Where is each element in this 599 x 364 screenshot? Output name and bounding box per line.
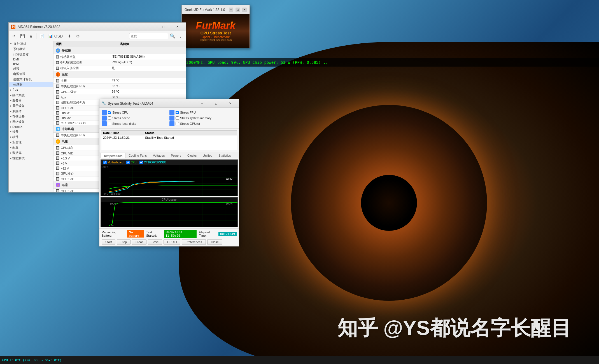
search-input[interactable] [129, 33, 168, 39]
sidebar-item-software[interactable]: ▶ 软件 [9, 134, 53, 140]
sidebar-item-label-portable: 便携式计算机 [13, 77, 32, 81]
log-header: Date / Time Status [101, 131, 237, 135]
sidebar-item-display[interactable]: ▶ 显示设备 [9, 103, 53, 109]
sidebar-item-security[interactable]: ▶ 安全性 [9, 140, 53, 145]
toolbar-report-button[interactable]: 📄 [38, 32, 46, 40]
tree-arrow-network: ▶ [10, 121, 11, 123]
sidebar-item-sensors[interactable]: 传感器 [9, 82, 53, 87]
stress-option-cpu: Stress CPU [102, 110, 169, 115]
sidebar-item-config[interactable]: ▶ 配置 [9, 145, 53, 150]
tree-arrow-storage: ▶ [10, 115, 11, 118]
clear-button[interactable]: Clear [132, 239, 146, 245]
aida64-title: AIDA64 Extreme v7.20.6802 [18, 25, 60, 29]
sidebar-item-label-os: 操作系统 [12, 93, 25, 97]
sidebar-item-server[interactable]: ▶ 服务器 [9, 98, 53, 103]
sidebar-item-system-overview[interactable]: 系统概述 [9, 46, 53, 52]
furmark-titlebar: Geeks3D FurMark 1.38.1.0 ─ □ ✕ [182, 5, 250, 14]
tab-cooling-fans[interactable]: Cooling Fans [125, 153, 150, 158]
stress-memory-checkbox[interactable] [176, 116, 179, 120]
sidebar-item-label-ipmi: IPMI [13, 62, 20, 65]
toolbar-compare-button[interactable]: 📊 [46, 32, 54, 40]
sidebar-item-computer-name[interactable]: 计算机名称 [9, 52, 53, 57]
aida64-close-button[interactable]: ✕ [171, 23, 184, 30]
toolbar-more-button[interactable]: ⋮ [177, 32, 185, 40]
table-row: 🔲主板 49 °C [53, 78, 186, 84]
save-button[interactable]: Save [148, 239, 162, 245]
stress-cache-checkbox[interactable] [108, 116, 111, 120]
tab-powers[interactable]: Powers [168, 153, 184, 158]
sidebar-item-label-network: 网络设备 [12, 120, 25, 124]
close-button[interactable]: Close [207, 239, 222, 245]
data-label-chassis: 🔲机箱入侵检测 [53, 65, 109, 71]
sidebar-item-label-overclock: 超频 [13, 67, 19, 71]
tab-statistics[interactable]: Statistics [215, 153, 234, 158]
toolbar-download-button[interactable]: ⬇ [66, 32, 73, 40]
sidebar-item-computer[interactable]: ▼ 🖥 计算机 [9, 41, 53, 46]
toolbar-save-button[interactable]: 💾 [18, 32, 26, 40]
svg-text:0%: 0% [110, 224, 114, 227]
sidebar-item-multimedia[interactable]: ▶ 多媒体 [9, 109, 53, 114]
toolbar-print-button[interactable]: 🖨 [27, 32, 35, 40]
column-header-value: 当前值 [120, 42, 184, 46]
toolbar-osd-button[interactable]: OSD [55, 32, 62, 40]
start-button[interactable]: Start [102, 239, 115, 245]
sidebar-item-storage[interactable]: ▶ 存储设备 [9, 114, 53, 119]
legend-motherboard-checkbox[interactable] [103, 161, 107, 164]
preferences-button[interactable]: Preferences [182, 239, 206, 245]
temperature-svg: 52 80 [109, 165, 237, 196]
aida64-maximize-button[interactable]: □ [157, 23, 170, 30]
stress-disk-checkbox[interactable] [108, 122, 111, 125]
sidebar-item-dmi[interactable]: DMI [9, 57, 53, 62]
toolbar-refresh-button[interactable]: ↺ [10, 32, 18, 40]
column-header-item: 项目 [56, 42, 120, 46]
cpu-usage-svg: 100% 100% 0% [109, 202, 237, 227]
temperature-chart-body: 100°C 0°C [101, 165, 237, 196]
cpu-fan-icon: 🔲 [56, 133, 60, 137]
eye-pupil [361, 175, 417, 231]
sidebar-item-network[interactable]: ▶ 网络设备 [9, 119, 53, 125]
stability-minimize-button[interactable]: ─ [196, 100, 209, 107]
sidebar-item-motherboard[interactable]: ▶ 主板 [9, 87, 53, 93]
sidebar-item-directx[interactable]: ▶ DirectX [9, 125, 53, 129]
tab-voltages[interactable]: Voltages [150, 153, 168, 158]
tab-temperatures[interactable]: Temperatures [101, 153, 125, 158]
temperature-label: 温度 [62, 72, 68, 77]
temperature-icon: 🌡 [56, 72, 60, 77]
stability-maximize-button[interactable]: □ [210, 100, 223, 107]
sidebar-item-portable[interactable]: 便携式计算机 [9, 77, 53, 82]
legend-cpu: CPU [126, 161, 137, 164]
stress-cpu-checkbox[interactable] [108, 111, 111, 114]
legend-ssd-checkbox[interactable] [139, 161, 143, 164]
stop-button[interactable]: Stop [117, 239, 130, 245]
tree-arrow-server: ▶ [10, 99, 11, 102]
tab-unified[interactable]: Unified [200, 153, 215, 158]
voltage-icon: ⚡ [56, 139, 60, 144]
stress-gpu-checkbox[interactable] [176, 122, 179, 125]
furmark-close-button[interactable]: ✕ [242, 8, 247, 12]
aida64-minimize-button[interactable]: ─ [143, 23, 156, 30]
sidebar-item-database[interactable]: ▶ 数据库 [9, 150, 53, 156]
sidebar-item-power[interactable]: 电源管理 [9, 71, 53, 77]
elapsed-value: 00:21:49 [218, 232, 237, 236]
log-row: 2024/4/23 11:50:21 Stability Test: Start… [101, 135, 237, 140]
tree-arrow-devices: ▶ [10, 130, 11, 133]
chassis-icon: 🔲 [56, 67, 59, 70]
aida64-table-header: 项目 当前值 [53, 41, 186, 47]
current-label: 电流 [62, 183, 68, 187]
stability-close-button[interactable]: ✕ [224, 100, 237, 107]
sidebar-item-overclock[interactable]: 超频 [9, 66, 53, 71]
cpu-diode-icon: 🔲 [56, 90, 60, 94]
legend-cpu-checkbox[interactable] [126, 161, 130, 164]
furmark-maximize-button[interactable]: □ [236, 8, 240, 12]
stress-fpu-checkbox[interactable] [176, 111, 179, 114]
sidebar-item-benchmark[interactable]: ▶ 性能测试 [9, 156, 53, 161]
sidebar-item-devices[interactable]: ▶ 设备 [9, 129, 53, 134]
data-value-gpu-sensor: PMLog (ADL2) [109, 60, 186, 65]
furmark-minimize-button[interactable]: ─ [229, 8, 233, 12]
tab-clocks[interactable]: Clocks [184, 153, 200, 158]
sidebar-item-ipmi[interactable]: IPMI [9, 62, 53, 66]
toolbar-settings-button[interactable]: ⚙ [74, 32, 82, 40]
sidebar-item-os[interactable]: ▶ 操作系统 [9, 93, 53, 98]
furmark-logo: FurMark [196, 21, 236, 31]
cpuid-button[interactable]: CPUID [164, 239, 180, 245]
